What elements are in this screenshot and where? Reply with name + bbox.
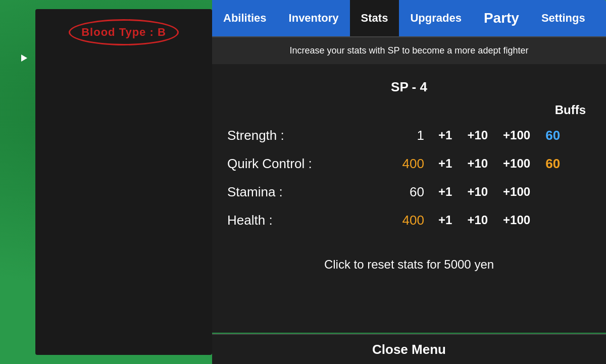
stat-buttons-health: +1 +10 +100 [434, 211, 591, 229]
stamina-plus100-button[interactable]: +100 [499, 183, 534, 201]
quirk-buff: 60 [541, 156, 564, 172]
strength-plus1-button[interactable]: +1 [434, 126, 456, 144]
stat-row-quirk-control: Quirk Control : 400 +1 +10 +100 60 [227, 149, 591, 178]
stats-panel: SP - 4 Buffs Strength : 1 +1 +10 +100 60… [212, 64, 606, 333]
description-bar: Increase your stats with SP to become a … [212, 36, 606, 64]
stat-value-stamina: 60 [379, 184, 424, 200]
stat-value-quirk-control: 400 [379, 156, 424, 172]
stat-name-stamina: Stamina : [227, 184, 379, 200]
buffs-label: Buffs [227, 103, 591, 117]
tab-abilities[interactable]: Abilities [212, 0, 278, 36]
stat-name-quirk-control: Quirk Control : [227, 156, 379, 172]
tab-bar: Abilities Inventory Stats Upgrades Party… [212, 0, 606, 36]
stat-row-strength: Strength : 1 +1 +10 +100 60 [227, 121, 591, 149]
tab-upgrades[interactable]: Upgrades [399, 0, 472, 36]
stat-row-stamina: Stamina : 60 +1 +10 +100 [227, 178, 591, 206]
health-plus1-button[interactable]: +1 [434, 211, 456, 229]
blood-type-badge: Blood Type : B [69, 19, 179, 45]
stat-buttons-strength: +1 +10 +100 60 [434, 126, 591, 144]
quirk-plus1-button[interactable]: +1 [434, 154, 456, 173]
stat-name-strength: Strength : [227, 128, 379, 143]
tab-inventory[interactable]: Inventory [278, 0, 350, 36]
close-menu-label: Close Menu [372, 342, 446, 357]
health-plus100-button[interactable]: +100 [499, 211, 534, 229]
stamina-plus10-button[interactable]: +10 [463, 183, 492, 201]
strength-plus10-button[interactable]: +10 [463, 126, 492, 144]
stat-name-health: Health : [227, 213, 379, 228]
strength-plus100-button[interactable]: +100 [499, 126, 534, 144]
tab-settings[interactable]: Settings [530, 0, 596, 36]
right-panel: Abilities Inventory Stats Upgrades Party… [212, 0, 606, 364]
quirk-plus100-button[interactable]: +100 [499, 154, 534, 173]
sp-label: SP - 4 [227, 74, 591, 100]
stat-buttons-quirk-control: +1 +10 +100 60 [434, 154, 591, 173]
quirk-plus10-button[interactable]: +10 [463, 154, 492, 173]
sidebar: Blood Type : B [35, 9, 212, 355]
health-plus10-button[interactable]: +10 [463, 211, 492, 229]
stamina-plus1-button[interactable]: +1 [434, 183, 456, 201]
tab-party[interactable]: Party [473, 0, 530, 36]
stat-value-strength: 1 [379, 128, 424, 143]
stat-value-health: 400 [379, 213, 424, 228]
stat-buttons-stamina: +1 +10 +100 [434, 183, 591, 201]
reset-stats-button[interactable]: Click to reset stats for 5000 yen [227, 249, 591, 280]
tab-stats[interactable]: Stats [350, 0, 399, 36]
stat-row-health: Health : 400 +1 +10 +100 [227, 206, 591, 234]
strength-buff: 60 [541, 128, 564, 143]
close-menu-button[interactable]: Close Menu [212, 334, 606, 364]
